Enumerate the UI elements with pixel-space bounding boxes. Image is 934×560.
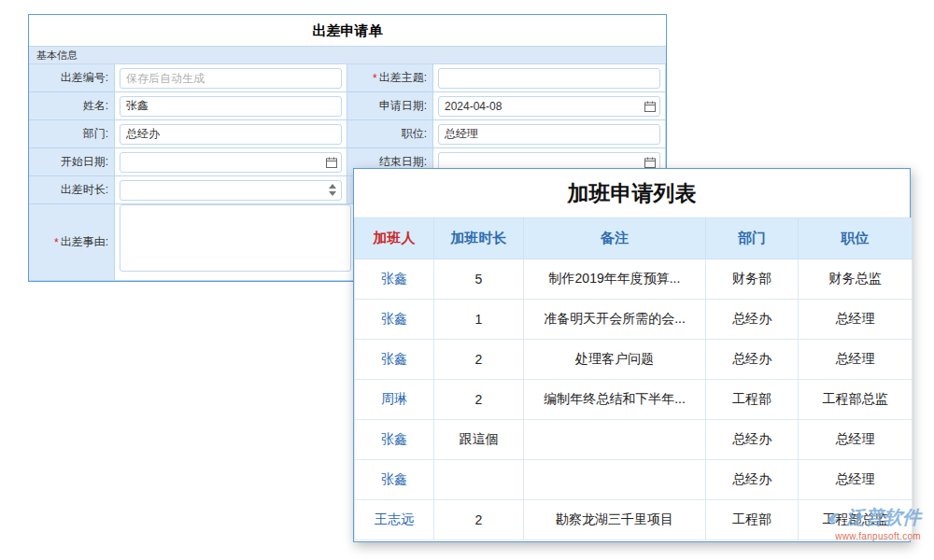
overtime-person-link[interactable]: 周琳 (355, 380, 434, 420)
table-cell: 1 (434, 300, 524, 340)
column-header: 加班时长 (434, 218, 524, 259)
table-cell: 工程部总监 (799, 380, 913, 420)
duration-field (115, 176, 347, 204)
dept-field (115, 120, 347, 148)
column-header: 职位 (799, 218, 913, 259)
dept-label: 部门: (29, 120, 115, 148)
start-date-label: 开始日期: (29, 148, 115, 176)
basic-info-section-header: 基本信息 (29, 46, 666, 64)
overtime-person-link[interactable]: 王志远 (355, 500, 434, 540)
position-label: 职位: (347, 120, 433, 148)
table-cell: 总经理 (799, 460, 913, 500)
table-cell: 处理客户问题 (524, 340, 706, 380)
position-field (433, 120, 666, 148)
table-cell: 准备明天开会所需的会... (524, 300, 706, 340)
duration-label: 出差时长: (29, 176, 115, 204)
table-cell: 跟這個 (434, 420, 524, 460)
start-date-field (115, 148, 347, 176)
label-text: 申请日期: (379, 98, 427, 114)
table-cell: 2 (434, 500, 524, 540)
calendar-icon[interactable] (644, 101, 656, 112)
table-row: 张鑫总经办总经理 (355, 460, 913, 500)
duration-input[interactable] (120, 180, 342, 201)
table-row: 张鑫2处理客户问题总经办总经理 (355, 340, 913, 380)
apply-date-field (433, 92, 666, 120)
overtime-list-panel: 加班申请列表 加班人加班时长备注部门职位 张鑫5制作2019年年度预算...财务… (353, 168, 911, 542)
apply-date-label: 申请日期: (347, 92, 433, 120)
label-text: 姓名: (83, 98, 108, 114)
overtime-person-link[interactable]: 张鑫 (355, 259, 434, 300)
column-header: 部门 (706, 218, 799, 259)
overtime-list-title: 加班申请列表 (354, 169, 910, 217)
name-label: 姓名: (29, 92, 115, 120)
label-text: 部门: (83, 126, 108, 142)
table-cell: 2 (434, 340, 524, 380)
table-cell (524, 420, 706, 460)
table-cell: 5 (434, 259, 524, 300)
table-cell (524, 460, 706, 500)
table-cell: 编制年终总结和下半年... (524, 380, 706, 420)
label-text: 开始日期: (61, 154, 108, 170)
table-cell: 总经办 (706, 300, 799, 340)
overtime-table: 加班人加班时长备注部门职位 张鑫5制作2019年年度预算...财务部财务总监张鑫… (354, 217, 913, 540)
column-header: 备注 (524, 218, 706, 259)
calendar-icon[interactable] (326, 157, 337, 168)
table-cell: 总经办 (706, 340, 799, 380)
overtime-person-link[interactable]: 张鑫 (355, 460, 434, 500)
table-cell: 总经办 (706, 460, 799, 500)
table-cell: 勘察龙湖三千里项目 (524, 500, 706, 540)
label-text: 出差主题: (379, 70, 427, 86)
label-text: 出差时长: (61, 182, 108, 198)
calendar-icon[interactable] (644, 157, 656, 168)
reason-textarea[interactable] (120, 204, 351, 272)
subject-label: * 出差主题: (347, 64, 433, 92)
table-cell: 总经理 (799, 300, 913, 340)
dept-input[interactable] (120, 124, 342, 145)
table-cell: 工程部 (706, 500, 799, 540)
table-cell: 制作2019年年度预算... (524, 259, 706, 300)
stepper-up-icon[interactable] (329, 184, 336, 189)
table-cell: 工程部 (706, 380, 799, 420)
table-cell: 总经理 (799, 340, 913, 380)
number-stepper[interactable] (329, 184, 336, 196)
table-cell: 财务总监 (799, 259, 913, 300)
trip-no-input[interactable] (120, 68, 342, 89)
table-row: 张鑫跟這個总经办总经理 (355, 420, 913, 460)
label-text: 出差事由: (61, 234, 108, 250)
table-cell: 工程部总监 (799, 500, 913, 540)
required-mark: * (54, 236, 59, 249)
overtime-table-header-row: 加班人加班时长备注部门职位 (355, 218, 913, 259)
stepper-down-icon[interactable] (329, 191, 336, 196)
label-text: 职位: (402, 126, 427, 142)
reason-label: * 出差事由: (29, 204, 115, 281)
column-header: 加班人 (355, 218, 434, 259)
name-field (115, 92, 347, 120)
trip-no-label: 出差编号: (29, 64, 115, 92)
table-row: 周琳2编制年终总结和下半年...工程部工程部总监 (355, 380, 913, 420)
table-row: 王志远2勘察龙湖三千里项目工程部工程部总监 (355, 500, 913, 540)
overtime-person-link[interactable]: 张鑫 (355, 420, 434, 460)
label-text: 出差编号: (61, 70, 108, 86)
table-cell: 财务部 (706, 259, 799, 300)
table-row: 张鑫1准备明天开会所需的会...总经办总经理 (355, 300, 913, 340)
table-cell: 总经办 (706, 420, 799, 460)
apply-date-input[interactable] (438, 96, 660, 117)
subject-input[interactable] (438, 68, 660, 89)
table-cell: 2 (434, 380, 524, 420)
start-date-input[interactable] (120, 152, 342, 173)
overtime-table-body: 张鑫5制作2019年年度预算...财务部财务总监张鑫1准备明天开会所需的会...… (355, 259, 913, 540)
table-cell: 总经理 (799, 420, 913, 460)
table-row: 张鑫5制作2019年年度预算...财务部财务总监 (355, 259, 913, 300)
required-mark: * (373, 72, 377, 85)
name-input[interactable] (120, 96, 342, 117)
overtime-person-link[interactable]: 张鑫 (355, 340, 434, 380)
trip-no-field (115, 64, 347, 92)
subject-field (433, 64, 666, 92)
position-input[interactable] (438, 124, 660, 145)
overtime-person-link[interactable]: 张鑫 (355, 300, 434, 340)
trip-form-title: 出差申请单 (29, 15, 666, 46)
table-cell (434, 460, 524, 500)
